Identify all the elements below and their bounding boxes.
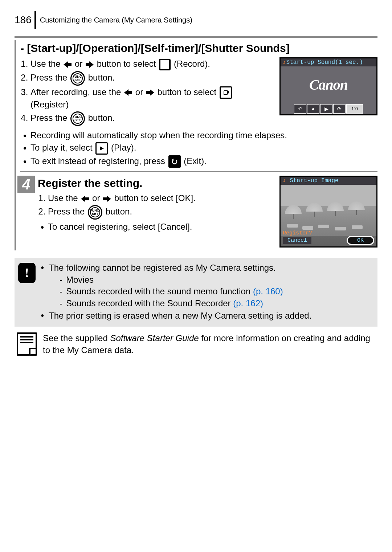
func-set-icon: FUNC. SET [70,71,85,86]
svg-marker-4 [228,90,229,91]
cam-ok-button: OK [347,236,374,245]
sounds-notes-list: Recording will automatically stop when t… [20,130,377,168]
left-accent-bar [15,40,16,250]
register-question: Register? [283,230,312,236]
cam-back-icon: ↶ [294,104,306,114]
exit-icon [168,155,181,168]
page-number: 186 [15,11,36,29]
cam-play-icon: ▶ [320,104,332,114]
cam-record-icon: ● [307,104,319,114]
step-3: After recording, use the or button to se… [30,86,272,111]
svg-marker-5 [100,146,104,151]
sounds-step-list: Use the or button to select (Record). [20,58,272,126]
guide-title: Software Starter Guide [110,333,199,343]
register-icon [220,86,232,99]
section-sounds-title: - [Start-up]/[Operation]/[Self-timer]/[S… [20,42,377,54]
cam-timer: 1"0 [346,104,363,114]
arrow-left-icon [64,61,72,68]
svg-marker-0 [64,61,72,68]
warn-d2: Sounds recorded with the sound memo func… [60,286,311,297]
warn-d3: Sounds recorded with the Sound Recorder … [60,298,311,309]
arrow-right-icon [103,196,111,202]
step-1: Use the or button to select (Record). [30,58,272,70]
arrow-right-icon [86,61,94,68]
reg-step-1: Use the or button to select [OK]. [48,192,272,204]
warning-box: ! The following cannot be registered as … [15,258,377,327]
note-box: See the supplied Software Starter Guide … [15,332,377,356]
warn-line-2: The prior setting is erased when a new M… [41,310,311,322]
step-number-4: 4 [17,176,35,193]
func-set-icon: FUNC. SET [70,111,85,126]
camera-screen-image: ♪ Start-up Image [279,176,377,248]
arrow-left-icon [124,89,132,96]
func-set-icon: FUNC. SET [88,205,102,220]
note-cancel: To cancel registering, select [Cancel]. [48,221,272,233]
arrow-right-icon [146,89,154,96]
arrow-left-icon [81,196,89,202]
record-icon [159,59,171,70]
register-step-list: Use the or button to select [OK]. [38,192,272,219]
warning-icon: ! [18,263,36,283]
camera-screen-sound: ♪Start-up Sound(1 sec.) Canon ↶ ● ▶ ⟳ 1"… [279,57,377,115]
cam-cancel-button: Cancel [283,237,312,244]
note-play: To play it, select (Play). [30,142,377,155]
step-4: Press the FUNC. SET button. [30,111,272,126]
svg-marker-2 [124,89,132,96]
register-notes-list: To cancel registering, select [Cancel]. [38,221,272,233]
canon-logo: Canon [309,76,348,93]
note-text: See the supplied Software Starter Guide … [43,332,375,356]
cam-button-row: ↶ ● ▶ ⟳ 1"0 [281,103,376,114]
step-2: Press the FUNC. SET button. [30,71,272,86]
note-exit: To exit instead of registering, press (E… [30,155,377,168]
note-icon [17,332,37,356]
play-icon [95,142,108,155]
reg-step-2: Press the FUNC. SET button. [48,205,272,220]
warn-line-1: The following cannot be registered as My… [41,262,311,309]
warn-d1: Movies [60,274,311,286]
header-title: Customizing the Camera (My Camera Settin… [40,16,192,24]
cam-top-label: ♪Start-up Sound(1 sec.) [281,58,376,66]
svg-marker-1 [86,61,94,68]
cam-confirm-row: Cancel OK [281,236,376,246]
note-auto-stop: Recording will automatically stop when t… [30,130,377,141]
cam-top-label: ♪ Start-up Image [281,177,376,185]
cam-register-icon: ⟳ [333,104,346,114]
link-p162[interactable]: (p. 162) [233,298,263,308]
svg-marker-8 [103,196,111,202]
page-header: 186 Customizing the Camera (My Camera Se… [15,11,377,29]
beach-thumbnail: Register? Cancel OK [281,185,376,246]
svg-marker-7 [81,196,89,202]
register-heading: Register the setting. [38,177,272,189]
link-p160[interactable]: (p. 160) [253,286,283,296]
svg-marker-3 [146,89,154,96]
warning-text: The following cannot be registered as My… [41,261,311,322]
